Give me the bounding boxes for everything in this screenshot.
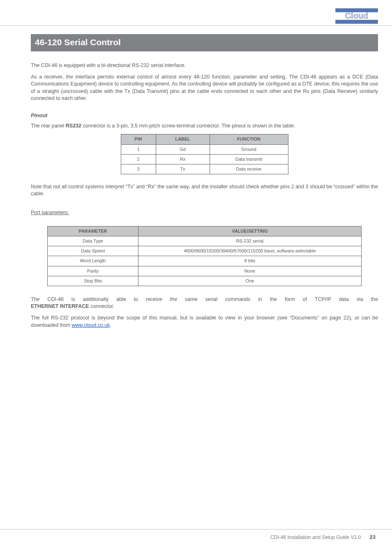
- footer-divider: [0, 529, 392, 530]
- params-cell: RS-232 serial: [138, 236, 362, 246]
- table-row: Data Type RS-232 serial: [48, 236, 362, 246]
- pinout-intro-b: connector is a 3-pin, 3.5 mm-pitch screw…: [81, 123, 295, 129]
- final-paragraph-1b: ETHERNET INTERFACE connector.: [31, 303, 378, 310]
- final-p1-a: The CDI-46 is additionally able to recei…: [31, 296, 378, 302]
- pinout-intro-bold: RS232: [66, 123, 81, 129]
- final-p1-b: connector.: [89, 303, 114, 309]
- params-cell: None: [138, 266, 362, 276]
- params-cell: One: [138, 276, 362, 286]
- final-paragraph-2: The full RS-232 protocol is beyond the s…: [31, 314, 378, 329]
- footer-page-number: 23: [370, 534, 376, 540]
- table-row: 3 Tx Data receive: [121, 164, 288, 174]
- pinout-intro: The rear panel RS232 connector is a 3-pi…: [31, 123, 378, 130]
- svg-rect-1: [336, 20, 378, 23]
- pinout-th-func: FUNCTION: [210, 134, 288, 144]
- port-params-heading: Port parameters:: [31, 209, 378, 216]
- table-row: 1 Gd Ground: [121, 144, 288, 154]
- pinout-cell: Gd: [156, 144, 210, 154]
- table-row: Word Length 8 bits: [48, 256, 362, 266]
- pinout-cell: Data transmit: [210, 154, 288, 164]
- pinout-th-pin: PIN: [121, 134, 156, 144]
- section-title-bar: 46-120 Serial Control: [31, 34, 378, 51]
- footer-doc-title: CDI-46 Installation and Setup Guide V1.0: [270, 534, 361, 540]
- pinout-cell: 1: [121, 144, 156, 154]
- table-row: Data Speed 4800/9600/19200/38400/57600/1…: [48, 246, 362, 256]
- intro-paragraph-2: As a receiver, the interface permits ext…: [31, 74, 378, 102]
- final-paragraph-1: The CDI-46 is additionally able to recei…: [31, 296, 378, 303]
- pinout-note: Note that not all control systems interp…: [31, 183, 378, 198]
- pinout-cell: Rx: [156, 154, 210, 164]
- table-row: Parity None: [48, 266, 362, 276]
- header-divider: [0, 25, 392, 26]
- params-cell: 8 bits: [138, 256, 362, 266]
- brand-logo: Cloud: [335, 8, 378, 24]
- table-row: 2 Rx Data transmit: [121, 154, 288, 164]
- pinout-cell: Data receive: [210, 164, 288, 174]
- intro-paragraph-1: The CDI-46 is equipped with a bi-directi…: [31, 62, 378, 69]
- pinout-table: PIN LABEL FUNCTION 1 Gd Ground 2 Rx Data…: [121, 134, 288, 174]
- pinout-cell: 3: [121, 164, 156, 174]
- cloud-website-link[interactable]: www.cloud.co.uk: [71, 322, 110, 328]
- final-p2-b: .: [110, 322, 111, 328]
- pinout-th-label: LABEL: [156, 134, 210, 144]
- pinout-cell: Ground: [210, 144, 288, 154]
- params-cell: Data Type: [48, 236, 138, 246]
- params-th-value: VALUE/SETTING: [138, 226, 362, 236]
- params-cell: Word Length: [48, 256, 138, 266]
- params-cell: Stop Bits: [48, 276, 138, 286]
- pinout-intro-a: The rear panel: [31, 123, 66, 129]
- port-params-table: PARAMETER VALUE/SETTING Data Type RS-232…: [47, 226, 362, 286]
- table-row: Stop Bits One: [48, 276, 362, 286]
- section-title-text: 46-120 Serial Control: [35, 37, 121, 47]
- pinout-heading: Pinout: [31, 112, 378, 119]
- params-cell: Data Speed: [48, 246, 138, 256]
- pinout-cell: Tx: [156, 164, 210, 174]
- final-p1-bold: ETHERNET INTERFACE: [31, 303, 89, 309]
- params-cell: 4800/9600/19200/38400/57600/115200 baud,…: [138, 246, 362, 256]
- params-cell: Parity: [48, 266, 138, 276]
- params-th-param: PARAMETER: [48, 226, 138, 236]
- logo-text: Cloud: [345, 11, 369, 20]
- pinout-cell: 2: [121, 154, 156, 164]
- page-footer: CDI-46 Installation and Setup Guide V1.0…: [0, 529, 392, 541]
